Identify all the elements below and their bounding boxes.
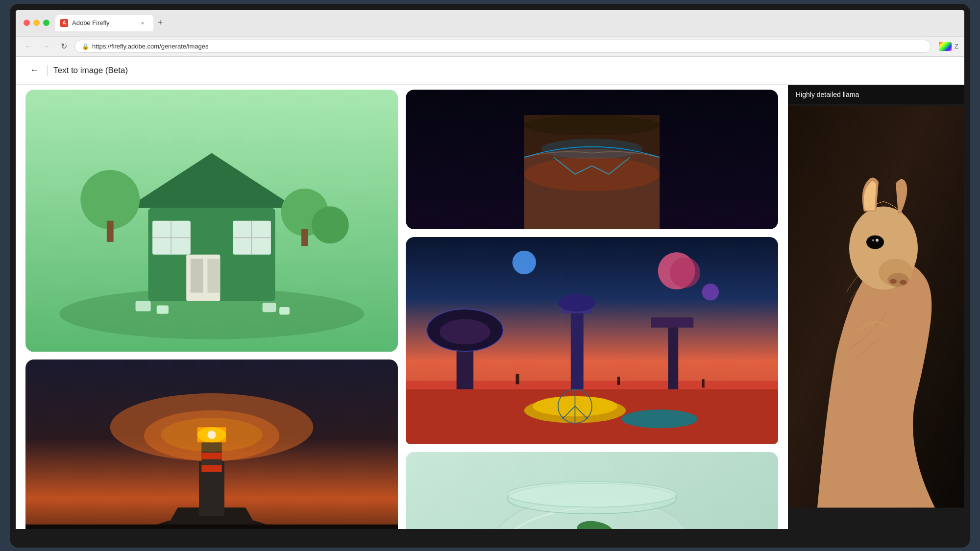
svg-point-85 <box>869 237 881 247</box>
gallery-item-lighthouse[interactable] <box>25 359 398 529</box>
screen: A Adobe Firefly × + ← → ↻ 🔒 https://fire… <box>16 10 964 529</box>
refresh-button[interactable]: ↻ <box>57 40 71 53</box>
gallery-item-scifi[interactable] <box>406 237 778 444</box>
svg-rect-19 <box>157 305 169 313</box>
gallery-item-cyberpunk[interactable] <box>406 90 778 229</box>
traffic-lights <box>24 20 49 26</box>
svg-rect-18 <box>136 301 151 311</box>
sidebar-image-label: Highly detailed llama <box>788 85 964 104</box>
svg-point-83 <box>900 280 906 285</box>
svg-point-53 <box>558 294 595 311</box>
gallery-grid <box>25 90 778 529</box>
browser-titlebar: A Adobe Firefly × + <box>16 10 964 36</box>
back-button[interactable]: ← <box>22 40 35 53</box>
browser-right-icons: Z <box>939 42 958 51</box>
browser-color-icon <box>939 42 952 51</box>
svg-point-34 <box>161 418 262 452</box>
address-bar[interactable]: 🔒 https://firefly.adobe.com/generate/ima… <box>74 40 931 53</box>
gallery-item-jar[interactable] <box>406 452 778 529</box>
tab-bar: A Adobe Firefly × + <box>55 15 956 31</box>
gallery-main[interactable] <box>16 85 788 529</box>
new-tab-button[interactable]: + <box>153 16 167 30</box>
svg-point-62 <box>621 409 697 428</box>
url-text: https://firefly.adobe.com/generate/image… <box>92 43 209 50</box>
svg-point-17 <box>312 206 349 243</box>
browser-extension-icon: Z <box>955 43 958 50</box>
lock-icon: 🔒 <box>82 43 89 50</box>
minimize-window-button[interactable] <box>33 20 40 26</box>
page-title: Text to image (Beta) <box>53 66 128 75</box>
svg-rect-55 <box>651 317 693 328</box>
gallery-sidebar: Highly detailed llama <box>788 85 964 529</box>
svg-rect-63 <box>516 374 519 384</box>
sidebar-image-container: Highly detailed llama <box>788 85 964 529</box>
tab-title: Adobe Firefly <box>72 19 135 26</box>
svg-rect-54 <box>668 321 678 389</box>
tab-close-button[interactable]: × <box>139 19 147 27</box>
laptop-frame: A Adobe Firefly × + ← → ↻ 🔒 https://fire… <box>10 4 970 548</box>
active-tab[interactable]: A Adobe Firefly × <box>55 15 153 31</box>
svg-rect-6 <box>207 259 220 292</box>
house-image <box>25 90 398 352</box>
svg-rect-64 <box>617 376 620 384</box>
tab-favicon: A <box>60 19 68 27</box>
close-window-button[interactable] <box>24 20 30 26</box>
browser-chrome: A Adobe Firefly × + ← → ↻ 🔒 https://fire… <box>16 10 964 57</box>
scifi-image <box>406 237 778 444</box>
lighthouse-image <box>25 359 398 529</box>
maximize-window-button[interactable] <box>43 20 49 26</box>
svg-rect-16 <box>301 229 308 246</box>
svg-rect-21 <box>279 307 290 314</box>
svg-rect-30 <box>201 465 221 472</box>
page-header: ← Text to image (Beta) <box>16 57 964 85</box>
svg-rect-51 <box>571 305 584 389</box>
svg-point-82 <box>890 279 897 284</box>
svg-rect-29 <box>201 453 221 459</box>
svg-point-38 <box>541 139 642 159</box>
svg-rect-35 <box>25 525 398 529</box>
svg-rect-20 <box>263 303 276 312</box>
gallery-area: Highly detailed llama <box>16 85 964 529</box>
svg-point-86 <box>876 239 879 241</box>
header-divider <box>47 65 48 76</box>
svg-point-50 <box>440 319 490 344</box>
svg-rect-14 <box>107 220 114 241</box>
svg-point-68 <box>507 481 676 507</box>
gallery-left-column <box>25 90 398 529</box>
svg-point-87 <box>872 239 874 241</box>
svg-point-39 <box>524 115 660 135</box>
forward-button[interactable]: → <box>39 40 53 53</box>
gallery-item-house[interactable] <box>25 90 398 352</box>
browser-addressbar: ← → ↻ 🔒 https://firefly.adobe.com/genera… <box>16 36 964 56</box>
gallery-right-column <box>406 90 778 529</box>
svg-point-43 <box>670 257 700 287</box>
llama-image <box>788 85 964 529</box>
jar-image <box>406 452 778 529</box>
svg-point-44 <box>513 250 536 274</box>
svg-point-13 <box>80 170 140 229</box>
svg-point-40 <box>524 157 660 191</box>
page-content: ← Text to image (Beta) <box>16 57 964 529</box>
back-navigation-button[interactable]: ← <box>27 64 41 77</box>
svg-point-45 <box>702 283 719 300</box>
cyberpunk-image <box>406 90 778 229</box>
svg-rect-65 <box>702 379 705 387</box>
svg-rect-5 <box>191 259 203 292</box>
